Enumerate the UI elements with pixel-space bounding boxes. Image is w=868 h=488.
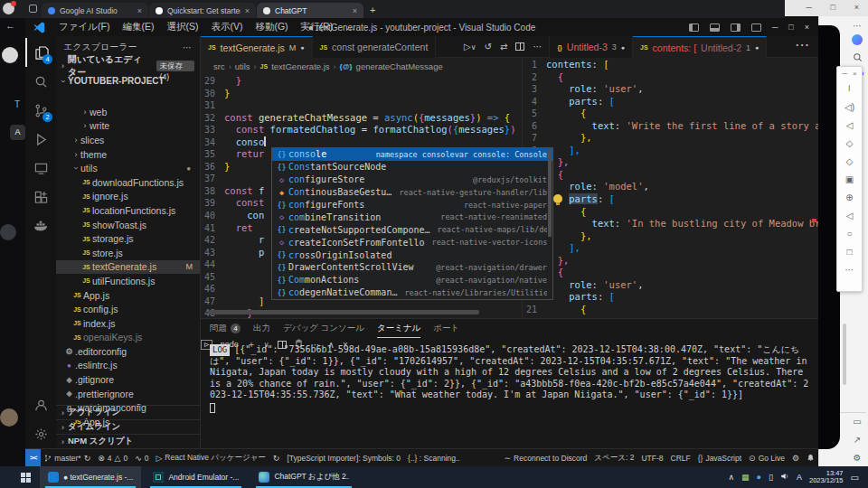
code-action-lightbulb-icon[interactable] (553, 194, 562, 203)
dirty-dot-icon[interactable]: ● (755, 44, 759, 51)
folder-tree-item[interactable]: ›utils● (56, 161, 200, 175)
git-branch-status[interactable]: master*↻ (41, 449, 94, 467)
menu-item[interactable]: 移動(G) (249, 21, 294, 32)
panel-tab[interactable]: ターミナル (377, 319, 420, 338)
split-editor-icon[interactable] (515, 42, 524, 51)
emulator-back-icon[interactable]: ◁ (837, 206, 862, 224)
explorer-more-icon[interactable]: ⋯ (183, 42, 193, 52)
breadcrumb[interactable]: src› utils› JS textGenerate.js› {@} gene… (201, 58, 522, 75)
edge-more-icon[interactable]: ⋯ (851, 20, 863, 33)
emulator-rotate-left-icon[interactable]: ◇ (837, 134, 862, 152)
taskbar-button-edge[interactable]: ChatGPT および他 2... (250, 466, 357, 488)
file-tree-item[interactable]: JSstore.js (56, 246, 200, 260)
file-tree-item[interactable]: JSutilFunctions.js (56, 274, 200, 288)
activity-docker-icon[interactable] (25, 211, 56, 240)
suggest-item[interactable]: {}configureFontsreact-native-paper (272, 199, 552, 211)
dirty-dot-icon[interactable]: ● (621, 44, 625, 51)
vscode-close-button[interactable]: × (805, 23, 809, 32)
folder-tree-item[interactable]: ›theme (56, 147, 200, 162)
dirty-dot-icon[interactable]: ● (300, 44, 304, 51)
scanning-status[interactable]: {..} : Scanning.. (404, 449, 464, 467)
tray-phone-icon[interactable]: ▯ (769, 473, 773, 482)
tray-volume-icon[interactable] (780, 472, 789, 483)
notification-center-icon[interactable]: ▭ (851, 473, 859, 483)
emulator-rotate-right-icon[interactable]: ◇ (837, 152, 862, 170)
menu-item[interactable]: 編集(E) (116, 21, 160, 32)
emulator-power-icon[interactable]: ⏽ (837, 80, 862, 98)
suggest-item[interactable]: {}CommonActions@react-navigation/native (272, 274, 552, 286)
folder-tree-item[interactable]: ›web (56, 105, 200, 119)
eol-status[interactable]: CRLF (667, 449, 694, 467)
emulator-recents-icon[interactable]: □ (837, 242, 862, 260)
file-tree-item[interactable]: JSdownloadFunctions.js (56, 175, 200, 190)
chrome-tab[interactable]: ChatGPT× (257, 3, 363, 18)
suggest-scrollbar[interactable] (548, 150, 552, 237)
folder-tree-item[interactable]: ›slices (56, 133, 200, 147)
go-live-status[interactable]: ⊙Go Live (745, 449, 788, 467)
activity-remote-explorer-icon[interactable] (25, 154, 56, 183)
file-tree-item[interactable]: JSindex.js (56, 316, 200, 331)
tab-close-icon[interactable]: × (353, 6, 357, 15)
emulator-zoom-icon[interactable]: ⊕ (837, 188, 862, 206)
emulator-volume-down-icon[interactable]: ◁ (837, 116, 862, 134)
activity-search-icon[interactable] (25, 67, 56, 96)
ports-status[interactable]: ∿0 (131, 449, 152, 467)
customize-layout-icon[interactable] (751, 23, 761, 32)
run-file-button[interactable]: ▷∨ (464, 42, 476, 52)
folder-tree-item[interactable]: ›write (56, 119, 200, 134)
emulator-more-icon[interactable]: ⋯ (837, 260, 862, 278)
chrome-new-tab-button[interactable]: + (370, 5, 375, 15)
vscode-maximize-button[interactable]: □ (788, 23, 793, 32)
open-editors-section[interactable]: › 開いているエディター 未保存 (4) (56, 58, 200, 73)
toggle-secondary-sidebar-icon[interactable] (731, 23, 741, 32)
encoding-status[interactable]: UTF-8 (637, 449, 666, 467)
edge-settings-gear-icon[interactable]: ⚙ (851, 452, 863, 465)
tray-expand-icon[interactable]: ∧ (728, 473, 734, 482)
indentation-status[interactable]: スペース: 2 (590, 449, 637, 467)
chrome-tab[interactable]: Google AI Studio× (42, 3, 148, 18)
emulator-home-icon[interactable]: ○ (837, 224, 862, 242)
file-tree-item[interactable]: JStextGenerate.jsM (56, 260, 200, 275)
suggest-item[interactable]: ◇createIconSetFromFontelloreact-native-v… (272, 236, 552, 249)
chrome-tab-search-icon[interactable] (29, 5, 37, 13)
suggest-item[interactable]: {}ConstantSourceNode (272, 161, 552, 174)
panel-tab[interactable]: デバッグ コンソール (283, 319, 364, 338)
emulator-minimize-icon[interactable]: ─ (842, 70, 847, 78)
group2-more-actions-icon[interactable]: ⋯ (795, 36, 818, 57)
suggest-item[interactable]: {}consolenamespace consolevar console: C… (272, 148, 552, 161)
feedback-icon[interactable]: ⚙ (788, 449, 803, 467)
tab-untitled-generatecontent[interactable]: JS const generateContent (313, 36, 437, 58)
tab-close-icon[interactable]: × (137, 6, 142, 15)
sidebar-section[interactable]: ›NPM スクリプト (56, 434, 200, 448)
edge-sidebar-panel-icon[interactable]: ▭ (851, 416, 863, 428)
edge-search-icon[interactable] (851, 52, 863, 65)
horizontal-scrollbar[interactable] (208, 310, 479, 314)
copilot-icon[interactable] (851, 34, 863, 47)
suggest-item[interactable]: {}DrawerContentScrollView@react-navigati… (272, 261, 552, 274)
settings-gear-icon[interactable] (25, 419, 56, 448)
file-tree-item[interactable]: ●.eslintrc.js (56, 359, 200, 373)
account-icon[interactable] (25, 390, 56, 419)
emulator-volume-up-icon[interactable]: ◁) (837, 98, 862, 116)
taskbar-button-android[interactable]: Android Emulator -... (145, 466, 247, 488)
panel-tab[interactable]: ポート (433, 319, 459, 338)
activity-extensions-icon[interactable] (25, 183, 56, 211)
edge-scrollbar[interactable] (843, 324, 846, 385)
menu-item[interactable]: ファイル(F) (52, 21, 116, 32)
panel-tab[interactable]: 出力 (253, 319, 270, 338)
ts-importer-status[interactable]: [TypeScript Importer]: Symbols: 0 (283, 449, 404, 467)
suggest-item[interactable]: {}codegenNativeComman…react-native/Libra… (272, 286, 552, 299)
taskbar-button-vscode[interactable]: ● textGenerate.js -... (40, 466, 141, 488)
chrome-tab[interactable]: Quickstart: Get started with Gem× (149, 3, 256, 18)
discord-status[interactable]: ∼Reconnect to Discord (501, 449, 591, 467)
open-changes-icon[interactable]: ⇄ (500, 42, 507, 52)
tray-clock[interactable]: 13:472023/12/15 (809, 470, 844, 485)
suggest-item[interactable]: {}crossOriginIsolated (272, 249, 552, 261)
edge-minimize-button[interactable]: ─ (807, 3, 812, 12)
react-native-packager-status[interactable]: ▷React Native パッケージャー (152, 449, 269, 467)
file-tree-item[interactable]: JSstorage.js (56, 231, 200, 246)
tab-textgenerate[interactable]: JS textGenerate.js M ● (201, 36, 313, 58)
suggest-item[interactable]: ◇configureStore@reduxjs/toolkit (272, 174, 552, 186)
toggle-panel-icon[interactable] (710, 23, 720, 32)
file-tree-item[interactable]: ◆.prettierignore (56, 387, 200, 401)
